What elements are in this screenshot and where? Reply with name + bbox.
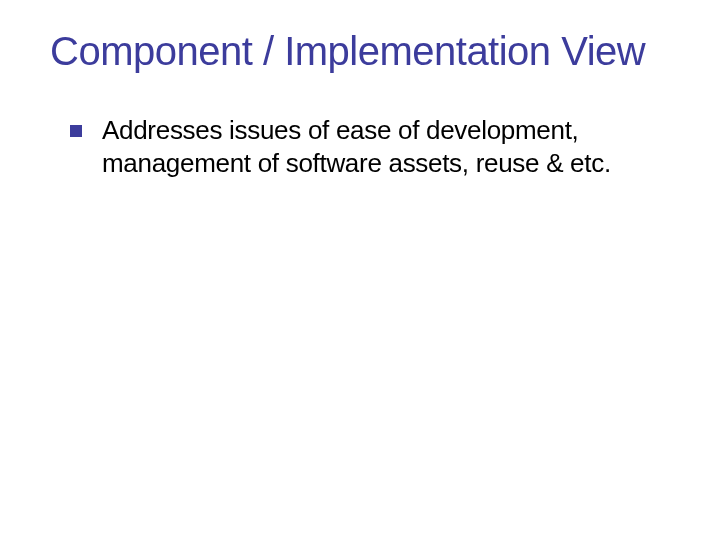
slide-title: Component / Implementation View [50, 28, 670, 74]
bullet-text: Addresses issues of ease of development,… [102, 114, 670, 179]
bullet-item: Addresses issues of ease of development,… [70, 114, 670, 179]
square-bullet-icon [70, 125, 82, 137]
slide-container: Component / Implementation View Addresse… [0, 0, 720, 540]
